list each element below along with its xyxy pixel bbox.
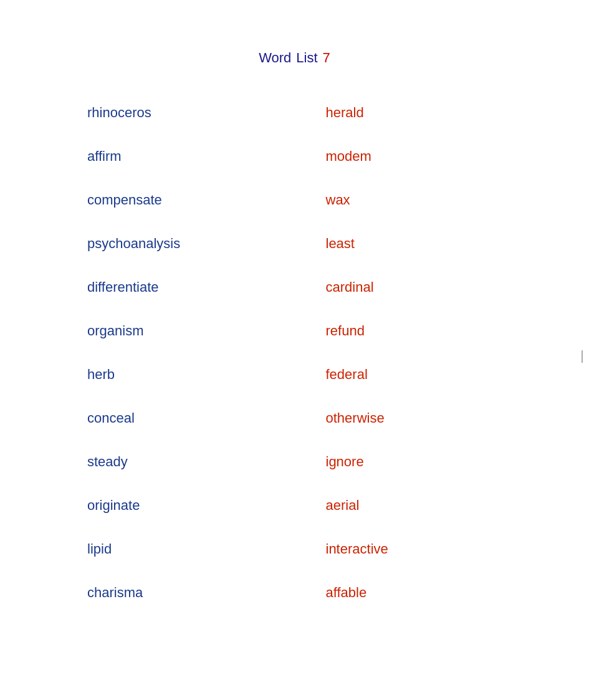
word-right-2: wax: [301, 178, 515, 222]
word-right-3: least: [301, 222, 515, 266]
word-left-5: organism: [87, 309, 301, 353]
page: Word List 7 rhinocerosheraldaffirmmodemc…: [0, 0, 589, 700]
word-left-6: herb: [87, 353, 301, 396]
word-right-8: ignore: [301, 440, 515, 484]
word-right-0: herald: [301, 91, 515, 135]
title-word: Word: [259, 50, 291, 66]
word-right-5: refund: [301, 309, 515, 353]
title-list: List: [296, 50, 317, 66]
word-right-7: otherwise: [301, 396, 515, 440]
word-right-11: affable: [301, 571, 515, 615]
title-row: Word List 7: [0, 50, 589, 66]
word-right-10: interactive: [301, 527, 515, 571]
word-left-11: charisma: [87, 571, 301, 615]
word-right-6: federal: [301, 353, 515, 396]
title-number: 7: [323, 50, 330, 66]
word-left-0: rhinoceros: [87, 91, 301, 135]
word-right-9: aerial: [301, 484, 515, 527]
word-left-2: compensate: [87, 178, 301, 222]
word-left-9: originate: [87, 484, 301, 527]
scrollbar-indicator: [582, 350, 583, 363]
word-left-7: conceal: [87, 396, 301, 440]
word-grid: rhinocerosheraldaffirmmodemcompensatewax…: [0, 91, 589, 615]
word-left-4: differentiate: [87, 266, 301, 309]
word-left-10: lipid: [87, 527, 301, 571]
word-left-8: steady: [87, 440, 301, 484]
word-left-1: affirm: [87, 135, 301, 178]
word-right-4: cardinal: [301, 266, 515, 309]
word-right-1: modem: [301, 135, 515, 178]
word-left-3: psychoanalysis: [87, 222, 301, 266]
